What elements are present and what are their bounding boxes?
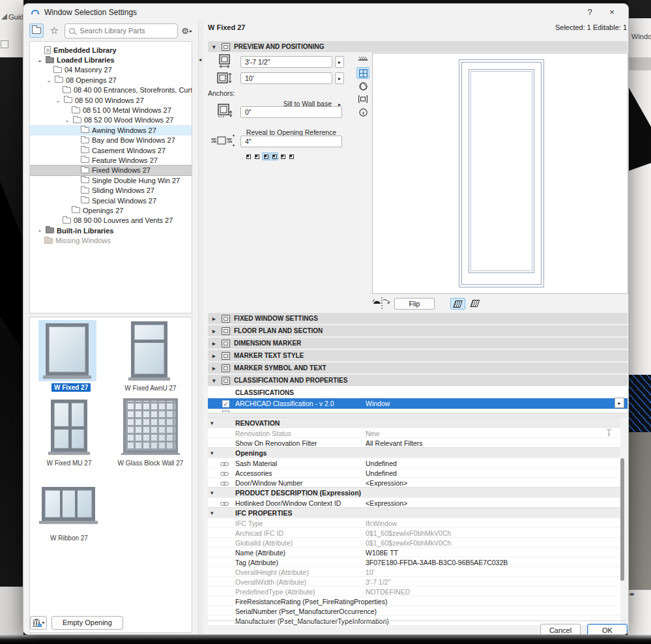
chevron-open-icon[interactable]: ⌄	[64, 117, 70, 123]
property-row-door-window-number[interactable]: Door/Window Number<Expression>	[208, 477, 620, 487]
anchor-option-1-button[interactable]	[244, 153, 252, 160]
chevron-open-icon[interactable]: ⌄	[55, 97, 61, 104]
property-group-ifc-properties[interactable]: ▾IFC PROPERTIES	[208, 507, 620, 518]
property-row-name-attribute[interactable]: Name (Attribute)W108E TT	[208, 547, 620, 557]
section-view-button[interactable]	[356, 93, 369, 105]
anchor-option-2-button[interactable]	[253, 153, 261, 160]
close-button[interactable]: ×	[603, 7, 620, 17]
mirror-icon[interactable]	[372, 297, 392, 314]
section-dimension-marker[interactable]: ▸DIMENSION MARKER	[208, 338, 628, 349]
checkbox-checked-icon[interactable]: ✓	[222, 400, 229, 407]
sill-field[interactable]	[240, 106, 342, 118]
folder-view-button[interactable]	[29, 23, 44, 38]
classification-flyout-button[interactable]: ▸	[615, 398, 624, 408]
reveal-field[interactable]	[240, 136, 342, 147]
chevron-open-icon[interactable]: ⌄	[46, 77, 52, 83]
thumbnail-w-fixed-awnu-27[interactable]	[131, 321, 167, 377]
tree-item-bay-bow-windows[interactable]: Bay and Bow Windows 27	[30, 136, 192, 145]
height-field[interactable]	[240, 72, 332, 84]
wall-side-outside-button[interactable]	[467, 298, 482, 310]
guide-lines-tool[interactable]: Guid	[1, 13, 23, 21]
property-row-globalid[interactable]: GlobalId (Attribute)0$1_60$zewlxF0bhMkV0…	[208, 537, 620, 547]
property-row-archicad-ifc-id[interactable]: Archicad IFC ID0$1_60$zewlxF0bhMkV0Ch	[208, 527, 620, 537]
tree-item-08-90-00[interactable]: 08 90 00 Louvres and Vents 27	[30, 216, 192, 226]
thumbnail-w-fixed-mu-27[interactable]	[51, 400, 87, 452]
panel-splitter[interactable]: ◂	[198, 20, 203, 634]
3d-view-button[interactable]	[356, 80, 369, 92]
tree-item-openings-27[interactable]: Openings 27	[30, 205, 192, 215]
property-row-ifc-type[interactable]: IFC TypeIfcWindow	[208, 518, 620, 527]
chevron-closed-icon[interactable]: ›	[36, 227, 43, 234]
tree-item-04-masonry[interactable]: 04 Masonry 27	[30, 65, 192, 75]
search-settings-button[interactable]: ⚙▸	[181, 26, 192, 36]
empty-opening-button[interactable]: Empty Opening	[51, 616, 123, 630]
anchor-option-5-button[interactable]	[279, 153, 287, 160]
thumbnail-label[interactable]: W Fixed AwnU 27	[123, 385, 179, 392]
classification-row-archicad[interactable]: ✓ ARCHICAD Classification - v 2.0 Window	[208, 398, 628, 409]
tree-item-missing-windows[interactable]: Missing Windows	[30, 235, 192, 245]
background-scroll-controls[interactable]: ◂▸	[629, 591, 635, 597]
tree-item-loaded-libraries[interactable]: ⌄Loaded Libraries	[30, 55, 192, 65]
tree-item-casement-windows[interactable]: Casement Windows 27	[30, 145, 192, 155]
property-group-openings[interactable]: ▾Openings	[208, 447, 620, 458]
anchor-option-6-button[interactable]	[287, 153, 295, 160]
plan-view-button[interactable]	[356, 54, 369, 66]
thumbnail-label[interactable]: W Glass Block Wall 27	[117, 460, 184, 467]
section-floor-plan-and-section[interactable]: ▸FLOOR PLAN AND SECTION	[208, 325, 628, 336]
property-row-predefinedtype[interactable]: PredefinedType (Attribute)NOTDEFINED	[208, 586, 620, 596]
property-row-hotlinked-context-id[interactable]: Hotlinked Door/Window Context ID<Express…	[208, 497, 620, 507]
preview-canvas[interactable]	[372, 53, 628, 294]
tree-item-feature-windows[interactable]: Feature Windows 27	[30, 155, 192, 165]
anchor-option-4-button[interactable]	[270, 153, 278, 160]
thumbnail-w-glass-block-wall-27[interactable]	[123, 398, 178, 453]
tree-item-sliding-windows[interactable]: Sliding Windows 27	[30, 185, 192, 195]
property-row-show-on-renovation-filter[interactable]: Show On Renovation FilterAll Relevant Fi…	[208, 437, 620, 447]
tree-item-embedded-library[interactable]: Embedded Library	[30, 45, 192, 55]
tree-item-built-in-libraries[interactable]: ›Built-in Libraries	[30, 226, 192, 235]
section-fixed-window-settings[interactable]: ▸FIXED WINDOW SETTINGS	[208, 313, 628, 324]
tree-item-08-openings[interactable]: ⌄08 Openings 27	[30, 75, 192, 85]
thumbnail-label[interactable]: W Fixed MU 27	[46, 460, 92, 467]
property-row-serialnumber[interactable]: SerialNumber (Pset_ManufacturerOccurrenc…	[208, 606, 620, 615]
ok-button[interactable]: OK	[587, 624, 628, 635]
tree-item-08-51-00[interactable]: 08 51 00 Metal Windows 27	[30, 105, 192, 115]
section-preview-positioning[interactable]: ▾ PREVIEW AND POSITIONING	[208, 41, 628, 52]
chevron-open-icon[interactable]: ⌄	[36, 57, 43, 63]
help-button[interactable]: ?	[581, 7, 598, 17]
anchor-option-3-button[interactable]	[262, 153, 270, 160]
search-input[interactable]	[78, 26, 173, 35]
thumbnail-label[interactable]: W Ribbon 27	[46, 534, 92, 542]
property-row-accessories[interactable]: AccessoriesUndefined	[208, 467, 620, 477]
property-row-fireresistancerating[interactable]: FireResistanceRating (Pset_FireRatingPro…	[208, 596, 620, 606]
flip-button[interactable]: Flip	[394, 298, 435, 310]
thumbnail-w-ribbon-27[interactable]	[42, 487, 95, 521]
dialog-titlebar[interactable]: Window Selection Settings ? ×	[23, 4, 628, 20]
tree-item-single-double-hung[interactable]: Single Double Hung Win 27	[30, 175, 192, 185]
height-flyout-button[interactable]: ▸	[335, 72, 344, 84]
property-group-renovation[interactable]: ▾RENOVATION	[208, 417, 620, 428]
width-field[interactable]	[240, 56, 332, 68]
property-row-tag-attribute[interactable]: Tag (Attribute)3F07E180-FFDA-3A4B-B3C0-9…	[208, 557, 620, 566]
thumbnail-w-fixed-27[interactable]	[46, 323, 89, 375]
info-button[interactable]	[356, 106, 369, 118]
tree-item-special-windows[interactable]: Special Windows 27	[30, 196, 192, 205]
property-row-sash-material[interactable]: Sash MaterialUndefined	[208, 458, 620, 467]
tree-item-08-52-00[interactable]: ⌄08 52 00 Wood Windows 27	[30, 115, 192, 125]
collapse-panel-icon[interactable]: ◂	[199, 57, 201, 63]
property-row-renovation-status[interactable]: Renovation StatusNew	[208, 428, 620, 437]
scrollbar-thumb[interactable]	[620, 458, 624, 581]
section-marker-symbol-and-text[interactable]: ▸MARKER SYMBOL AND TEXT	[208, 362, 628, 373]
elevation-view-button[interactable]	[356, 67, 369, 79]
search-box[interactable]	[65, 23, 178, 38]
load-library-button[interactable]: ▸	[30, 616, 47, 630]
cancel-button[interactable]: Cancel	[540, 624, 581, 635]
favorites-button[interactable]: ☆	[47, 23, 61, 38]
width-flyout-button[interactable]: ▸	[335, 56, 344, 68]
wall-side-inside-button[interactable]	[450, 298, 465, 310]
property-row-overallheight[interactable]: OverallHeight (Attribute)10'	[208, 566, 620, 576]
properties-scrollbar[interactable]	[620, 437, 625, 626]
property-row-overallwidth[interactable]: OverallWidth (Attribute)3'-7 1/2"	[208, 576, 620, 586]
tree-item-awning-windows[interactable]: Awning Windows 27	[30, 125, 192, 135]
tree-item-08-40-00[interactable]: 08 40 00 Entrances, Storefronts, Curtain…	[30, 85, 192, 95]
property-group-product-description[interactable]: ▾PRODUCT DESCRIPTION (Expression)	[208, 487, 620, 497]
